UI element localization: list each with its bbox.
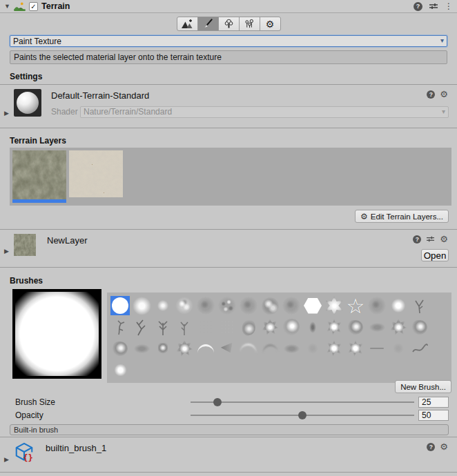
opacity-field[interactable] [418, 410, 449, 421]
slider-handle[interactable] [298, 411, 307, 419]
brush-tile-hex[interactable] [303, 296, 322, 315]
settings-heading: Settings [10, 72, 457, 81]
brush-tile-crack[interactable] [132, 317, 151, 337]
edit-terrain-layers-button[interactable]: Edit Terrain Layers... [355, 210, 449, 223]
presets-icon[interactable] [426, 235, 435, 243]
opacity-slider[interactable] [191, 410, 414, 421]
brush-tile-smudge[interactable] [367, 317, 387, 337]
brush-tile-noise[interactable] [196, 317, 215, 337]
terrain-layer-cliff-layer[interactable] [69, 150, 123, 197]
brush-tile-star5[interactable]: ☆ [346, 296, 365, 315]
material-sphere-thumbnail [17, 92, 39, 114]
builtin-brush-inspector-box: {} builtin_brush_1 [0, 437, 457, 473]
component-foldout-icon[interactable] [4, 3, 12, 10]
tool-create-neighbor-terrains[interactable] [177, 17, 198, 31]
brush-tile-glowdot[interactable] [110, 360, 130, 379]
brush-size-slider[interactable] [191, 397, 414, 408]
help-icon[interactable] [413, 235, 421, 244]
brush-tile-twig[interactable] [410, 296, 429, 315]
brush-tile-faint[interactable] [196, 296, 215, 315]
tool-paint-details[interactable] [239, 17, 260, 31]
tool-paint-terrain[interactable] [197, 17, 219, 31]
glowdot-shape [115, 364, 126, 376]
brush-tile-glow[interactable] [132, 296, 151, 315]
faint-shape [240, 297, 257, 315]
noisefaint-shape [219, 319, 235, 335]
material-preview[interactable] [14, 89, 41, 117]
layer-foldout-icon[interactable] [4, 248, 12, 255]
scriptable-object-icon: {} [14, 442, 40, 464]
brush-tile-blob[interactable] [346, 317, 365, 337]
brush-tile-splat[interactable] [175, 339, 194, 358]
brush-tile-twig2[interactable] [110, 317, 130, 337]
brush-tile-branch2[interactable] [175, 317, 194, 337]
brush-size-field[interactable] [418, 397, 449, 408]
faint-shape [197, 297, 215, 315]
mottled-shape [175, 297, 193, 315]
brush-tile-dot[interactable] [153, 296, 173, 315]
tool-paint-trees[interactable] [218, 17, 240, 31]
tool-terrain-settings[interactable]: ⚙ [260, 17, 281, 31]
terrain-layers-grid [10, 148, 451, 206]
kebab-menu-icon[interactable] [445, 2, 453, 10]
brush-tile-faintdot[interactable] [303, 339, 322, 358]
brush-tile-burst[interactable] [346, 339, 365, 358]
terrain-component-icon [14, 2, 26, 11]
brush-tile-speck2[interactable] [153, 339, 173, 358]
brush-preview-circle [15, 292, 99, 376]
brush-tile-smudge[interactable] [282, 339, 301, 358]
brush-tile-blob[interactable] [410, 317, 429, 337]
brush-tile-faint[interactable] [239, 296, 258, 315]
wedge-shape [220, 343, 234, 355]
slider-handle[interactable] [213, 398, 222, 406]
brush-tile-burst[interactable] [324, 339, 344, 358]
brush-tile-faintdot[interactable] [389, 339, 408, 358]
brush-tile-star6[interactable] [324, 296, 344, 315]
brush-tile-burst[interactable] [324, 317, 344, 337]
swoosh-shape [197, 344, 214, 353]
help-icon[interactable] [427, 90, 435, 99]
paint-mode-dropdown[interactable]: Paint Texture [10, 35, 447, 47]
gear-icon[interactable] [440, 235, 448, 244]
component-enabled-checkbox[interactable] [29, 2, 38, 11]
terrain-layer-grass-layer[interactable] [12, 150, 66, 203]
layer-thumbnail[interactable] [14, 234, 36, 256]
brush-tile-scribble[interactable] [410, 339, 429, 358]
brush-tile-faint[interactable] [367, 296, 387, 315]
brush-tile-blobby[interactable] [260, 296, 280, 315]
brush-tile-wedge[interactable] [217, 339, 237, 358]
brush-tile-solid[interactable] [110, 296, 130, 315]
brush-tile-branch[interactable] [153, 317, 173, 337]
brush-tile-noisefaint[interactable] [217, 317, 237, 337]
brush-tile-mottled[interactable] [175, 296, 194, 315]
brush-tile-arc[interactable] [239, 339, 258, 358]
shader-dropdown: Nature/Terrain/Standard [80, 106, 449, 118]
speck-shape [309, 321, 316, 333]
brush-tile-noisy[interactable] [217, 296, 237, 315]
presets-icon[interactable] [429, 2, 438, 10]
open-layer-button[interactable]: Open [421, 249, 449, 261]
brush-tile-bright[interactable] [282, 317, 301, 337]
brush-tile-arc2[interactable] [260, 339, 280, 358]
brush-tile-line[interactable] [367, 339, 387, 358]
brush-tile-leaf[interactable] [239, 317, 258, 337]
brush-tile-glowsmall[interactable] [389, 296, 408, 315]
help-icon[interactable] [427, 443, 435, 451]
brush-tile-speck[interactable] [303, 317, 322, 337]
brush-tile-swoosh[interactable] [196, 339, 215, 358]
gear-icon[interactable] [440, 90, 448, 99]
paint-mode-helpbox: Paints the selected material layer onto … [10, 50, 447, 64]
gear-icon[interactable] [440, 442, 448, 451]
brush-tile-faint[interactable] [282, 296, 301, 315]
brush-tile-splat[interactable] [260, 317, 280, 337]
new-brush-button[interactable]: New Brush... [395, 380, 451, 393]
builtin-brush-foldout-icon[interactable] [4, 456, 12, 463]
material-foldout-icon[interactable] [4, 110, 12, 117]
brush-tile-smudge[interactable] [132, 339, 151, 358]
brush-tile-blob[interactable] [110, 339, 130, 358]
details-grass-icon [244, 19, 255, 29]
brush-tile-splat[interactable] [389, 317, 408, 337]
gear-icon: ⚙ [266, 19, 275, 29]
help-icon[interactable] [414, 2, 422, 11]
solid-shape [112, 297, 128, 314]
